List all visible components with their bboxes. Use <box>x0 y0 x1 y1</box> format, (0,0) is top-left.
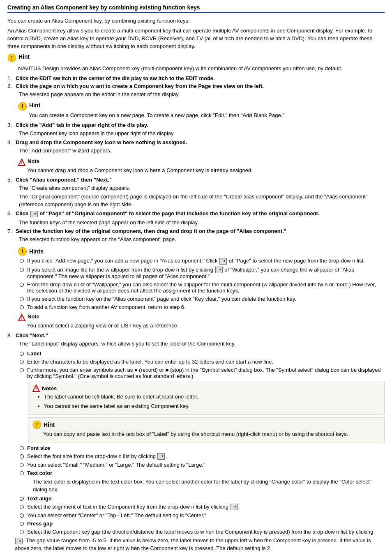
hint-inner-header: ! Hint <box>32 420 380 429</box>
hint-inner-text: You can copy and paste text in the text … <box>43 431 380 438</box>
hint-label-2: Hint <box>29 102 40 108</box>
page-title: Creating an Alias Component key by combi… <box>7 4 385 13</box>
notes-inner-item-1: You cannot set the same label as an exis… <box>44 403 380 410</box>
hint-inner-box: ! Hint You can copy and paste text in th… <box>28 417 385 443</box>
hint1-text: NAVITUS Design provides an Alias Compone… <box>18 65 385 73</box>
svg-text:!: ! <box>36 421 38 428</box>
note-box-1: ! Note <box>18 313 385 321</box>
press-gap-item-1: Select the Component key gap (the direct… <box>7 529 385 535</box>
step-4: 4. Drag and drop the Component key icon … <box>7 139 385 145</box>
step-7: 7. Select the function key of the origin… <box>7 228 385 234</box>
hint-inner-icon: ! <box>32 420 42 429</box>
step-5-sub1: The "Create alias component" display app… <box>19 184 385 192</box>
svg-text:!: ! <box>21 161 22 165</box>
dropdown-icon-hints1 <box>219 258 227 265</box>
note-icon-1: ! <box>18 314 25 321</box>
text-align-item-2: You can select either "Center" or "Top -… <box>7 512 385 518</box>
note-drag-text: You cannot drag and drop a Component key… <box>27 167 385 175</box>
step-6: 6. Click of "Page" of "Original componen… <box>7 210 385 217</box>
notes-inner-label: Notes <box>42 385 57 391</box>
step-2: 2. Click the page on w hich you w ant to… <box>7 83 385 89</box>
label-item-2: Furthermore, you can enter symbols such … <box>7 367 385 379</box>
dropdown-icon-hints2 <box>215 267 223 273</box>
hints2-item-3: If you select the function key on the "A… <box>18 296 385 302</box>
step-1: 1. Click the EDIT sw itch in the center … <box>7 75 385 81</box>
step-8-sub: The "Label input" display appears, w hic… <box>19 340 385 348</box>
text-color-text: The text color is displayed in the text … <box>33 478 385 494</box>
hint-icon-1: ! <box>7 53 16 62</box>
hint-icon-2: ! <box>18 102 27 111</box>
hints2-item-1: If you select an image file for the w al… <box>18 267 385 280</box>
press-gap-cont: . The gap value ranges from -5 to 5. If … <box>15 537 385 553</box>
hint-box-1: ! Hint <box>7 53 385 62</box>
press-gap-header: Press gap <box>7 520 385 527</box>
notes-inner-header: ! Notes <box>32 385 380 392</box>
svg-text:!: ! <box>35 387 37 391</box>
step-7-sub: The selected function key appears on the… <box>19 236 385 244</box>
note-box-drag: ! Note <box>18 158 385 166</box>
label-section-header: Label <box>7 350 385 357</box>
hints2-item-2: From the drop-dow n list of "Wallpaper,"… <box>18 281 385 294</box>
notes-inner-list: The label cannot be left blank. Be sure … <box>44 393 380 410</box>
step-2-sub: The selected page appears on the editor … <box>19 91 385 99</box>
text-color-header: Text color <box>7 470 385 476</box>
note1-text: You cannot select a Zapping view er or L… <box>27 322 385 330</box>
hint-inner-label: Hint <box>44 421 55 428</box>
hints-label: Hints <box>29 248 44 255</box>
svg-text:!: ! <box>22 103 23 109</box>
note-icon-drag: ! <box>18 159 25 166</box>
notes-inner-box: ! Notes The label cannot be left blank. … <box>28 382 385 415</box>
step-8: 8. Click "Next." <box>7 332 385 339</box>
font-size-item-1: Select the font size from the drop-dow n… <box>7 453 385 460</box>
step-4-sub: The "Add component" w izard appears. <box>19 147 385 155</box>
hints2-item-4: To add a function key from another AV co… <box>18 304 385 310</box>
hints2-item-0: If you click "Add new page," you can add… <box>18 258 385 265</box>
label-item-1: Enter the characters to be displayed as … <box>7 359 385 365</box>
step-5-sub2: The "Original component" (source compone… <box>19 193 385 209</box>
hint-label-1: Hint <box>18 53 30 60</box>
step-3-sub: The Component key icon appears in the up… <box>19 130 385 138</box>
notes-inner-icon: ! <box>32 385 40 392</box>
svg-text:!: ! <box>11 55 13 61</box>
hints-box: ! Hints If you click "Add new page," you… <box>18 247 385 310</box>
notes-inner-item-0: The label cannot be left blank. Be sure … <box>44 393 380 401</box>
hint2-sub-text: You can create a Component key on a new … <box>29 112 385 120</box>
hint-box-2: ! Hint <box>18 102 385 111</box>
font-size-header: Font size <box>7 445 385 451</box>
step-6-sub: The function keys of the selected page a… <box>19 219 385 227</box>
intro-p1: You can create an Alias Component key, b… <box>7 17 385 25</box>
note-label-drag: Note <box>28 158 39 164</box>
text-align-header: Text align <box>7 495 385 502</box>
intro-p2: An Alias Component key allow s you to cr… <box>7 27 385 51</box>
font-size-item-2: You can select "Small," "Medium," or "La… <box>7 462 385 468</box>
dropdown-icon-pressgap <box>15 538 23 544</box>
note-label-1: Note <box>28 313 39 320</box>
svg-text:!: ! <box>21 316 22 320</box>
svg-text:!: ! <box>22 248 23 254</box>
hints-header: ! Hints <box>18 247 385 256</box>
step-3: 3. Click the "Add" tab in the upper righ… <box>7 122 385 128</box>
step-5: 5. Click "Alias component," then "Next." <box>7 177 385 183</box>
dropdown-icon-textalign <box>231 504 238 510</box>
text-align-item-1: Select the alignment of text in the Comp… <box>7 504 385 511</box>
hints-icon: ! <box>18 247 27 256</box>
dropdown-icon-page <box>30 211 38 217</box>
dropdown-icon-fontsize <box>157 453 165 460</box>
